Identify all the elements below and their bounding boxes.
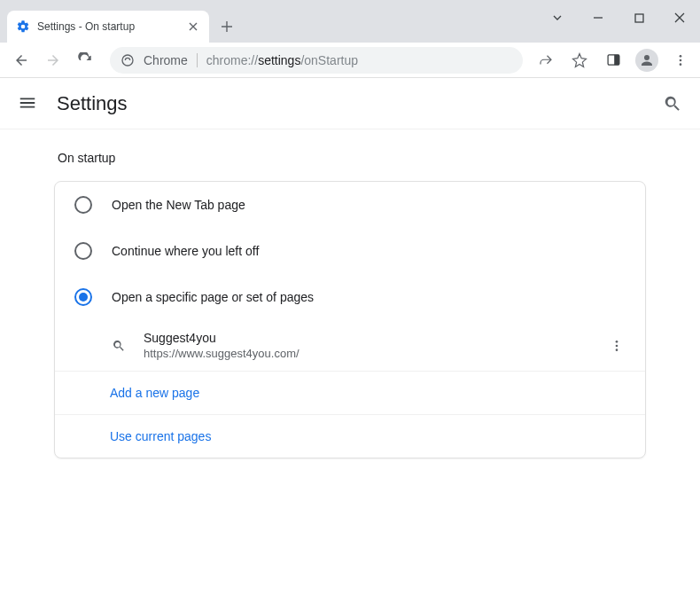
- page-title: Settings: [57, 92, 128, 115]
- svg-point-6: [616, 341, 618, 343]
- bookmark-icon[interactable]: [567, 48, 592, 73]
- browser-tab[interactable]: Settings - On startup: [7, 11, 209, 43]
- startup-page-text: Suggest4you https://www.suggest4you.com/: [144, 331, 299, 360]
- startup-card: Open the New Tab page Continue where you…: [54, 181, 646, 458]
- svg-point-4: [680, 59, 682, 61]
- content: On startup Open the New Tab page Continu…: [0, 129, 700, 458]
- startup-page-entry: Suggest4you https://www.suggest4you.com/: [55, 320, 645, 372]
- menu-icon[interactable]: [18, 93, 39, 114]
- radio-specific-pages[interactable]: Open a specific page or set of pages: [55, 274, 645, 320]
- svg-point-3: [680, 55, 682, 58]
- close-window-button[interactable]: [659, 0, 700, 35]
- forward-button[interactable]: [39, 46, 67, 74]
- radio-icon-selected: [74, 288, 92, 306]
- profile-avatar[interactable]: [634, 48, 659, 73]
- reload-button[interactable]: [71, 46, 99, 74]
- svg-rect-0: [635, 14, 643, 22]
- toolbar: Chrome chrome://settings/onStartup: [0, 43, 700, 78]
- kebab-menu-icon[interactable]: [668, 48, 693, 73]
- search-icon: [110, 339, 128, 353]
- omnibox-chip: Chrome: [144, 53, 198, 67]
- add-page-button[interactable]: Add a new page: [55, 372, 645, 415]
- page-url: https://www.suggest4you.com/: [144, 347, 299, 360]
- svg-rect-2: [614, 55, 619, 65]
- maximize-button[interactable]: [618, 0, 659, 35]
- chevron-down-icon[interactable]: [537, 0, 578, 35]
- new-tab-button[interactable]: [214, 14, 239, 39]
- svg-point-8: [616, 349, 618, 351]
- address-bar[interactable]: Chrome chrome://settings/onStartup: [110, 47, 523, 74]
- radio-icon: [74, 196, 92, 214]
- back-button[interactable]: [7, 46, 35, 74]
- share-icon[interactable]: [533, 48, 558, 73]
- side-panel-icon[interactable]: [601, 48, 626, 73]
- use-current-pages-button[interactable]: Use current pages: [55, 415, 645, 458]
- svg-point-7: [616, 344, 618, 347]
- radio-new-tab[interactable]: Open the New Tab page: [55, 182, 645, 228]
- window-controls: [537, 0, 700, 35]
- minimize-button[interactable]: [578, 0, 618, 35]
- svg-point-5: [680, 63, 682, 66]
- radio-label: Open the New Tab page: [112, 198, 245, 212]
- gear-icon: [16, 20, 30, 34]
- title-bar: Settings - On startup: [0, 0, 700, 43]
- radio-icon: [74, 242, 92, 260]
- radio-continue[interactable]: Continue where you left off: [55, 228, 645, 274]
- close-tab-icon[interactable]: [186, 20, 200, 34]
- page-name: Suggest4you: [144, 331, 299, 345]
- site-info-icon[interactable]: [121, 53, 135, 67]
- tab-title: Settings - On startup: [37, 20, 135, 33]
- section-title: On startup: [54, 151, 646, 181]
- radio-label: Continue where you left off: [112, 244, 259, 258]
- omnibox-url: chrome://settings/onStartup: [206, 53, 358, 67]
- search-icon[interactable]: [663, 94, 682, 114]
- more-actions-icon[interactable]: [606, 335, 627, 356]
- toolbar-right: [533, 48, 693, 73]
- radio-label: Open a specific page or set of pages: [112, 290, 314, 304]
- settings-header: Settings: [0, 78, 700, 129]
